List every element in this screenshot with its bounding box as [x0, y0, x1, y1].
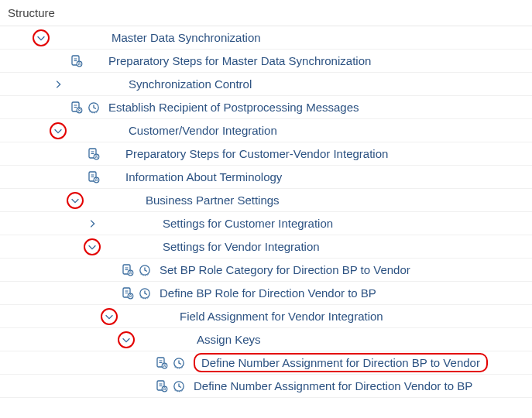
document-icon: [85, 170, 102, 184]
tree-row[interactable]: Settings for Customer Integration: [0, 212, 532, 235]
tree-row[interactable]: Synchronization Control: [0, 73, 532, 96]
tree-item-label[interactable]: Field Assignment for Vendor Integration: [173, 310, 383, 323]
tree-row[interactable]: Assign Keys: [0, 328, 532, 351]
tree-item-label[interactable]: Establish Recipient of Postprocessing Me…: [102, 101, 359, 114]
tree-item-label[interactable]: Define BP Role for Direction Vendor to B…: [153, 286, 376, 300]
tree-row[interactable]: Master Data Synchronization: [0, 26, 532, 50]
chevron-down-icon[interactable]: [48, 125, 68, 136]
tree-item-label[interactable]: Define Number Assignment for Direction V…: [187, 379, 472, 392]
activity-icon: [170, 356, 187, 370]
tree-row[interactable]: Information About Terminology: [0, 166, 532, 189]
tree-item-label[interactable]: Settings for Customer Integration: [156, 217, 333, 230]
tree-row[interactable]: Define Number Assignment for Direction V…: [0, 375, 532, 398]
tree-item-label[interactable]: Define Number Assignment for Direction B…: [187, 356, 488, 369]
tree-row[interactable]: Field Assignment for Vendor Integration: [0, 305, 532, 328]
chevron-right-icon[interactable]: [82, 218, 102, 229]
tree-item-label[interactable]: Business Partner Settings: [139, 194, 280, 207]
tree-row[interactable]: Customer/Vendor Integration: [0, 119, 532, 142]
highlight-box: Define Number Assignment for Direction B…: [194, 353, 488, 372]
chevron-right-icon[interactable]: [48, 79, 68, 90]
document-icon: [119, 286, 136, 300]
activity-icon: [136, 286, 153, 300]
document-icon: [85, 147, 102, 161]
structure-header: Structure: [0, 0, 532, 26]
tree-row[interactable]: Business Partner Settings: [0, 189, 532, 212]
chevron-down-icon[interactable]: [31, 33, 51, 43]
chevron-down-icon[interactable]: [116, 334, 136, 345]
tree-item-label[interactable]: Synchronization Control: [122, 77, 252, 91]
document-icon: [153, 379, 170, 393]
tree-item-label[interactable]: Preparatory Steps for Customer-Vendor In…: [119, 147, 388, 160]
tree-item-label[interactable]: Preparatory Steps for Master Data Synchr…: [102, 54, 371, 67]
chevron-down-icon[interactable]: [65, 195, 85, 206]
structure-header-text: Structure: [8, 6, 55, 19]
document-icon: [68, 101, 85, 115]
document-icon: [68, 54, 85, 68]
tree-item-label[interactable]: Set BP Role Category for Direction BP to…: [153, 263, 410, 276]
chevron-down-icon[interactable]: [82, 242, 102, 252]
tree-row[interactable]: Define BP Role for Direction Vendor to B…: [0, 282, 532, 305]
tree-row[interactable]: Establish Recipient of Postprocessing Me…: [0, 96, 532, 119]
tree-row[interactable]: Settings for Vendor Integration: [0, 235, 532, 259]
tree-item-label[interactable]: Master Data Synchronization: [105, 31, 261, 44]
activity-icon: [136, 263, 153, 277]
tree-view: Master Data SynchronizationPreparatory S…: [0, 26, 532, 398]
tree-item-label[interactable]: Settings for Vendor Integration: [156, 240, 320, 253]
document-icon: [153, 356, 170, 370]
activity-icon: [170, 379, 187, 393]
activity-icon: [85, 101, 102, 115]
tree-row[interactable]: Preparatory Steps for Master Data Synchr…: [0, 50, 532, 73]
tree-row[interactable]: Set BP Role Category for Direction BP to…: [0, 259, 532, 282]
tree-row[interactable]: Define Number Assignment for Direction B…: [0, 351, 532, 375]
tree-item-label[interactable]: Information About Terminology: [119, 170, 282, 183]
tree-item-label[interactable]: Assign Keys: [190, 333, 261, 346]
tree-item-label[interactable]: Customer/Vendor Integration: [122, 124, 277, 137]
chevron-down-icon[interactable]: [99, 311, 119, 322]
tree-row[interactable]: Preparatory Steps for Customer-Vendor In…: [0, 142, 532, 166]
document-icon: [119, 263, 136, 277]
